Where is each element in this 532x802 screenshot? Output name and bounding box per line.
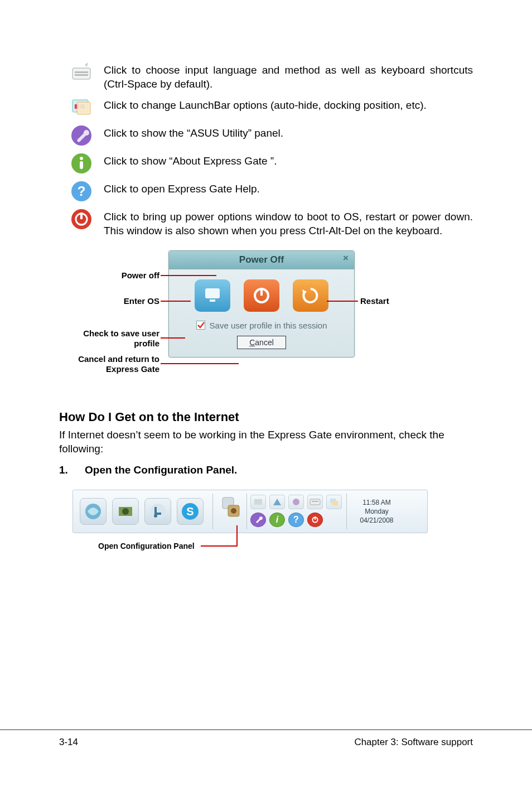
launchbar-app-skype[interactable]: S bbox=[177, 498, 204, 525]
svg-rect-15 bbox=[80, 212, 83, 219]
icon-desc-help: Click to open Express Gate Help. bbox=[104, 180, 473, 196]
tray-icon-2[interactable] bbox=[269, 495, 285, 509]
icon-row-power: Click to bring up power options window t… bbox=[59, 208, 473, 238]
svg-rect-2 bbox=[75, 74, 88, 76]
poweroff-title: Power Off × bbox=[169, 251, 354, 269]
callout-enter-os: Enter OS bbox=[59, 296, 159, 306]
callout-check-save: Check to save user profile bbox=[59, 328, 159, 349]
tray-info-icon[interactable]: i bbox=[269, 513, 285, 527]
info-icon bbox=[70, 152, 93, 175]
launchbar: S i ? bbox=[72, 490, 428, 533]
callout-open-config-panel: Open Configuration Panel bbox=[98, 542, 195, 550]
launchbar-figure: S i ? bbox=[72, 490, 473, 573]
icon-desc-power: Click to bring up power options window t… bbox=[104, 208, 473, 238]
svg-rect-33 bbox=[312, 501, 318, 502]
launchbar-app-3[interactable] bbox=[144, 498, 171, 525]
svg-rect-0 bbox=[72, 68, 90, 79]
svg-rect-16 bbox=[205, 288, 220, 298]
save-profile-label: Save user profile in this session bbox=[210, 321, 327, 330]
icon-desc-asus-utility: Click to show the “ASUS Utility” panel. bbox=[104, 124, 473, 141]
svg-rect-30 bbox=[254, 499, 262, 505]
tray-icon-1[interactable] bbox=[250, 495, 266, 509]
svg-text:?: ? bbox=[78, 183, 86, 199]
clock-date: 04/21/2008 bbox=[360, 516, 393, 525]
svg-rect-19 bbox=[260, 288, 263, 296]
svg-text:S: S bbox=[186, 505, 194, 518]
close-icon[interactable]: × bbox=[341, 253, 351, 263]
callout-restart: Restart bbox=[360, 296, 389, 306]
icon-row-launchbar-options: Click to change LaunchBar options (auto-… bbox=[59, 96, 473, 119]
svg-point-31 bbox=[293, 499, 299, 505]
svg-rect-10 bbox=[80, 161, 83, 169]
step-1-text: Open the Configuration Panel. bbox=[85, 464, 237, 476]
footer-page-number: 3-14 bbox=[59, 737, 78, 748]
poweroff-dialog: Power Off × Save user profile in this se bbox=[168, 250, 355, 357]
icon-row-about: Click to show “About Express Gate ”. bbox=[59, 152, 473, 175]
step-1: 1. Open the Configuration Panel. bbox=[59, 464, 473, 476]
section-heading-internet: How Do I Get on to the Internet bbox=[59, 410, 473, 424]
power-icon bbox=[70, 208, 93, 230]
svg-rect-37 bbox=[315, 516, 316, 520]
help-icon: ? bbox=[70, 180, 93, 202]
icon-desc-keyboard: Click to choose input language and metho… bbox=[104, 61, 473, 91]
configuration-panel-button[interactable] bbox=[219, 494, 243, 520]
svg-point-22 bbox=[122, 508, 129, 515]
clock-time: 11:58 AM bbox=[362, 498, 391, 507]
step-1-number: 1. bbox=[59, 464, 70, 476]
callout-cancel-return: Cancel and return to Express Gate bbox=[59, 354, 159, 374]
save-profile-checkbox[interactable] bbox=[196, 321, 205, 330]
icon-desc-about: Click to show “About Express Gate ”. bbox=[104, 152, 473, 168]
clock-panel: 11:58 AM Monday 04/21/2008 bbox=[346, 494, 407, 529]
poweroff-figure: Power Off × Save user profile in this se bbox=[59, 250, 473, 390]
icon-row-asus-utility: Click to show the “ASUS Utility” panel. bbox=[59, 124, 473, 147]
icon-row-help: ? Click to open Express Gate Help. bbox=[59, 180, 473, 202]
enter-os-button[interactable] bbox=[195, 279, 230, 312]
tray-power-icon[interactable] bbox=[307, 513, 323, 527]
keyboard-icon bbox=[70, 61, 93, 84]
footer-chapter: Chapter 3: Software support bbox=[354, 737, 473, 748]
tray-icon-3[interactable] bbox=[288, 495, 304, 509]
restart-button[interactable] bbox=[293, 279, 328, 312]
cancel-button[interactable]: Cancel bbox=[237, 336, 286, 349]
clock-day: Monday bbox=[365, 507, 389, 516]
power-off-button[interactable] bbox=[244, 279, 279, 312]
svg-point-23 bbox=[150, 504, 166, 519]
section-body-internet: If Internet doesn’t seem to be working i… bbox=[59, 428, 473, 456]
icon-desc-launchbar-options: Click to change LaunchBar options (auto-… bbox=[104, 96, 473, 113]
launchbar-options-icon bbox=[70, 96, 93, 119]
system-tray: i ? bbox=[247, 494, 346, 529]
tray-launchbar-options-icon[interactable] bbox=[326, 495, 342, 509]
poweroff-title-text: Power Off bbox=[239, 254, 284, 265]
launchbar-app-1[interactable] bbox=[80, 498, 107, 525]
icon-row-keyboard: Click to choose input language and metho… bbox=[59, 61, 473, 91]
page-footer: 3-14 Chapter 3: Software support bbox=[0, 729, 532, 776]
svg-point-9 bbox=[80, 157, 83, 160]
tray-keyboard-icon[interactable] bbox=[307, 495, 323, 509]
tray-help-icon[interactable]: ? bbox=[288, 513, 304, 527]
tray-wrench-icon[interactable] bbox=[250, 513, 266, 527]
wrench-icon bbox=[70, 124, 93, 147]
svg-rect-17 bbox=[210, 299, 215, 302]
svg-rect-35 bbox=[332, 501, 338, 505]
svg-rect-1 bbox=[75, 71, 88, 73]
callout-power-off: Power off bbox=[59, 270, 159, 281]
svg-point-29 bbox=[231, 508, 236, 514]
launchbar-app-2[interactable] bbox=[112, 498, 139, 525]
svg-point-24 bbox=[154, 514, 157, 518]
svg-rect-6 bbox=[77, 102, 90, 114]
save-profile-row[interactable]: Save user profile in this session bbox=[169, 318, 354, 336]
